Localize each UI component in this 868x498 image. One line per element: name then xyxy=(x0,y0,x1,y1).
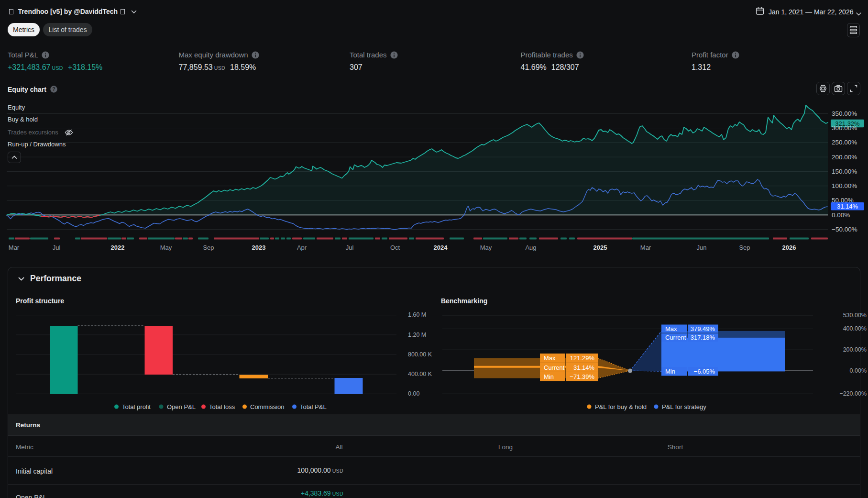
svg-text:?: ? xyxy=(52,86,55,92)
